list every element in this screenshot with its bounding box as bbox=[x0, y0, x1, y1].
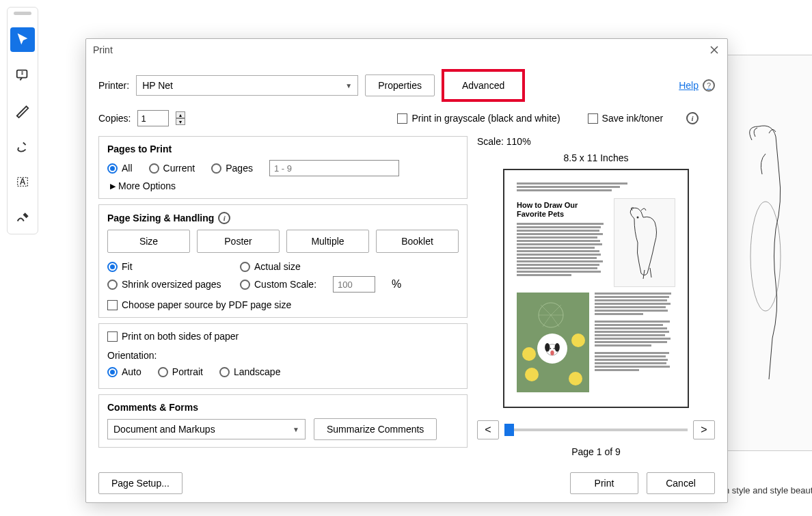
radio-icon bbox=[211, 163, 221, 174]
custom-scale-input[interactable] bbox=[333, 276, 375, 293]
cancel-button[interactable]: Cancel bbox=[647, 472, 715, 494]
chevron-down-icon: ▼ bbox=[293, 426, 299, 433]
background-text: h style and style beauty. For centuries,… bbox=[725, 485, 812, 495]
highlight-tool-button[interactable] bbox=[10, 98, 35, 123]
orientation-portrait-radio[interactable]: Portrait bbox=[158, 366, 203, 377]
close-button[interactable] bbox=[708, 44, 720, 56]
percent-label: % bbox=[392, 278, 401, 290]
page-slider[interactable] bbox=[504, 429, 688, 431]
svg-line-11 bbox=[541, 305, 551, 315]
radio-icon bbox=[107, 367, 118, 377]
shrink-radio[interactable]: Shrink oversized pages bbox=[107, 279, 224, 290]
svg-point-3 bbox=[637, 217, 639, 219]
orientation-landscape-radio[interactable]: Landscape bbox=[219, 366, 281, 377]
info-icon[interactable]: i bbox=[218, 212, 230, 224]
svg-point-6 bbox=[555, 343, 560, 352]
size-tab-button[interactable]: Size bbox=[107, 230, 190, 253]
preview-panel: Scale: 110% 8.5 x 11 Inches How to Draw … bbox=[477, 136, 715, 457]
draw-tool-button[interactable] bbox=[10, 205, 35, 230]
triangle-right-icon: ▶ bbox=[110, 182, 116, 191]
pages-all-radio[interactable]: All bbox=[107, 163, 133, 174]
poster-tab-button[interactable]: Poster bbox=[197, 230, 280, 253]
spinner-up-icon[interactable]: ▴ bbox=[176, 111, 185, 118]
printer-select[interactable]: HP Net ▼ bbox=[136, 75, 358, 96]
orientation-panel: Print on both sides of paper Orientation… bbox=[98, 323, 468, 389]
svg-line-12 bbox=[551, 305, 561, 315]
comments-forms-panel: Comments & Forms Document and Markups ▼ … bbox=[98, 394, 468, 448]
prev-page-button[interactable]: < bbox=[477, 420, 499, 439]
svg-point-9 bbox=[550, 351, 554, 355]
sizing-title: Page Sizing & Handling bbox=[107, 213, 214, 223]
page-preview: How to Draw Our Favorite Pets bbox=[503, 169, 689, 408]
radio-icon bbox=[107, 163, 118, 174]
sizing-panel: Page Sizing & Handling i Size Poster Mul… bbox=[98, 204, 468, 318]
svg-line-16 bbox=[551, 315, 559, 327]
eraser-tool-button[interactable] bbox=[10, 134, 35, 159]
comments-forms-select[interactable]: Document and Markups ▼ bbox=[107, 419, 306, 439]
checkbox-icon bbox=[397, 113, 407, 124]
page-setup-button[interactable]: Page Setup... bbox=[98, 472, 182, 494]
more-options-toggle[interactable]: ▶ More Options bbox=[110, 180, 459, 191]
preview-flower-image bbox=[517, 293, 589, 392]
advanced-button[interactable]: Advanced bbox=[444, 72, 522, 99]
printer-value: HP Net bbox=[142, 80, 173, 91]
next-page-button[interactable]: > bbox=[693, 420, 715, 439]
dialog-titlebar: Print bbox=[86, 39, 727, 61]
print-button[interactable]: Print bbox=[570, 472, 638, 494]
checkbox-icon bbox=[107, 300, 118, 310]
preview-dog-sketch bbox=[614, 198, 675, 287]
svg-point-2 bbox=[750, 202, 781, 311]
multiple-tab-button[interactable]: Multiple bbox=[286, 230, 369, 253]
pages-range-input[interactable] bbox=[269, 160, 399, 176]
properties-button[interactable]: Properties bbox=[365, 74, 435, 96]
radio-icon bbox=[219, 367, 230, 377]
summarize-comments-button[interactable]: Summarize Comments bbox=[314, 418, 437, 440]
actual-size-radio[interactable]: Actual size bbox=[240, 261, 301, 272]
custom-scale-radio[interactable]: Custom Scale: bbox=[240, 279, 316, 290]
dialog-title: Print bbox=[93, 44, 113, 55]
checkbox-icon bbox=[107, 331, 118, 342]
duplex-checkbox[interactable]: Print on both sides of paper bbox=[107, 331, 459, 342]
select-tool-button[interactable] bbox=[10, 27, 35, 52]
background-dog-sketch bbox=[731, 68, 812, 444]
booklet-tab-button[interactable]: Booklet bbox=[376, 230, 459, 253]
svg-line-15 bbox=[543, 315, 551, 327]
save-ink-checkbox[interactable]: Save ink/toner bbox=[588, 113, 664, 124]
pages-to-print-panel: Pages to Print All Current Pages bbox=[98, 136, 468, 199]
drag-handle-icon[interactable] bbox=[14, 12, 31, 15]
radio-icon bbox=[240, 262, 250, 272]
checkbox-icon bbox=[588, 113, 598, 124]
grayscale-checkbox[interactable]: Print in grayscale (black and white) bbox=[397, 113, 560, 124]
comment-tool-button[interactable] bbox=[10, 63, 35, 87]
page-number-label: Page 1 of 9 bbox=[477, 446, 715, 457]
copies-input[interactable] bbox=[137, 110, 169, 126]
svg-point-8 bbox=[554, 348, 555, 349]
help-icon: ? bbox=[703, 79, 715, 92]
copies-spinner[interactable]: ▴ ▾ bbox=[176, 111, 185, 125]
info-icon[interactable]: i bbox=[686, 112, 699, 124]
fit-radio[interactable]: Fit bbox=[107, 261, 224, 272]
printer-label: Printer: bbox=[98, 80, 129, 91]
choose-paper-source-checkbox[interactable]: Choose paper source by PDF page size bbox=[107, 299, 459, 310]
orientation-label: Orientation: bbox=[107, 350, 459, 361]
help-link[interactable]: Help ? bbox=[679, 79, 715, 92]
orientation-auto-radio[interactable]: Auto bbox=[107, 366, 141, 377]
svg-point-5 bbox=[545, 343, 550, 352]
chevron-down-icon: ▼ bbox=[345, 82, 352, 90]
pages-range-radio[interactable]: Pages bbox=[211, 163, 253, 174]
text-box-tool-button[interactable]: A bbox=[10, 169, 35, 194]
spinner-down-icon[interactable]: ▾ bbox=[176, 118, 185, 125]
scale-label: Scale: 110% bbox=[477, 136, 715, 147]
radio-icon bbox=[240, 280, 250, 290]
print-dialog: Print Printer: HP Net ▼ Properties Advan… bbox=[85, 38, 728, 503]
advanced-button-highlight: Advanced bbox=[442, 69, 525, 102]
pages-to-print-title: Pages to Print bbox=[107, 144, 459, 154]
radio-icon bbox=[107, 262, 118, 272]
copies-label: Copies: bbox=[98, 113, 131, 124]
slider-thumb-icon[interactable] bbox=[504, 424, 514, 436]
pages-current-radio[interactable]: Current bbox=[149, 163, 195, 174]
comments-forms-title: Comments & Forms bbox=[107, 402, 459, 413]
svg-point-7 bbox=[550, 348, 551, 349]
preview-doc-title: How to Draw Our Favorite Pets bbox=[517, 201, 608, 219]
radio-icon bbox=[158, 367, 168, 377]
